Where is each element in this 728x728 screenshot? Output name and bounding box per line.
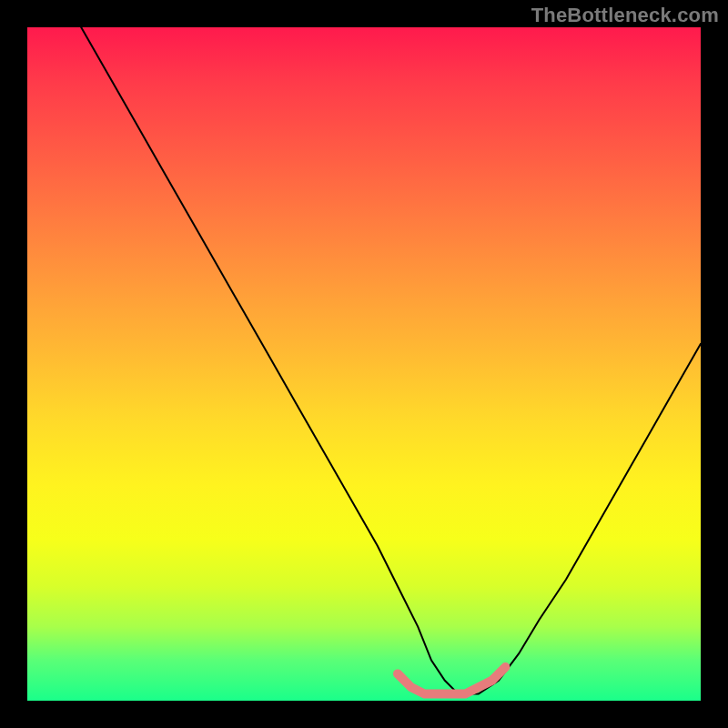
watermark-text: TheBottleneck.com (531, 4, 719, 27)
curve-series (81, 27, 701, 694)
chart-frame: TheBottleneck.com (0, 0, 728, 728)
highlight-band (398, 667, 505, 694)
chart-overlay (27, 27, 701, 701)
